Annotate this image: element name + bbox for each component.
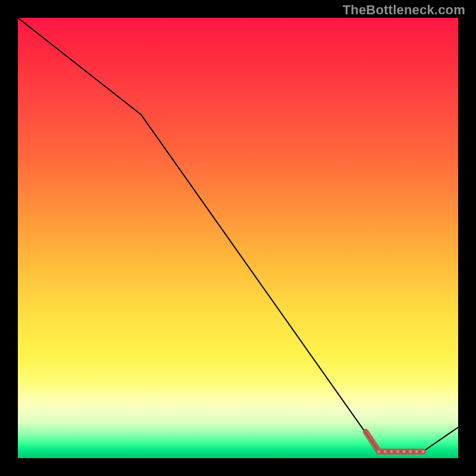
highlight-marker <box>409 450 412 453</box>
plot-area <box>18 18 458 458</box>
highlight-segment <box>366 432 423 452</box>
watermark-text: TheBottleneck.com <box>343 2 465 18</box>
chart-frame: TheBottleneck.com <box>0 0 476 476</box>
highlight-marker <box>377 450 381 453</box>
highlight-marker <box>390 450 393 453</box>
highlight-marker <box>383 450 387 453</box>
line-chart-svg <box>18 18 458 458</box>
highlight-marker <box>396 450 400 453</box>
highlight-marker <box>415 450 418 453</box>
highlight-marker <box>421 450 425 453</box>
bottleneck-line <box>18 18 458 452</box>
highlight-marker <box>402 450 406 453</box>
